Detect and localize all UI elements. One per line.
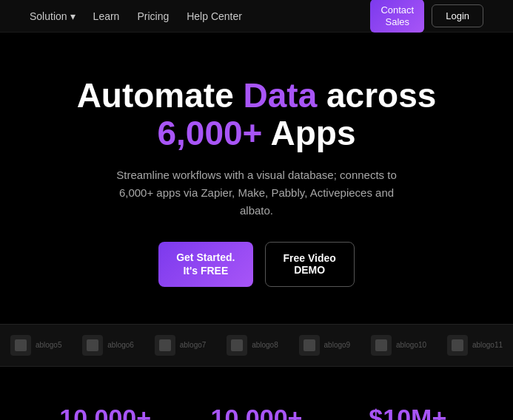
stat-raised: $10M+ raised, strengthening the stabilit… [341,404,475,420]
hero-subtext: Streamline workflows with a visual datab… [101,166,412,220]
svg-rect-3 [231,339,243,351]
video-demo-button[interactable]: Free VideoDEMO [265,242,355,286]
nav-left: Solution ▾ Learn Pricing Help Center [30,10,242,22]
logo-image [155,335,175,356]
hero-buttons: Get Started.It's FREE Free VideoDEMO [30,242,483,286]
logo-item: ablogo8 [227,335,278,356]
logo-image [447,335,468,356]
logo-image [82,335,103,356]
nav-solution-label: Solution [30,10,67,22]
hero-headline-part1: Automate [77,76,244,115]
stats-section: 10,000+ GitHub stars showcasing develope… [0,367,513,420]
nav-solution[interactable]: Solution ▾ [30,10,76,22]
nav-help-center-label: Help Center [187,10,242,22]
logo-item: ablogo11 [447,335,503,356]
svg-rect-5 [375,339,387,351]
hero-headline-part2: across [317,76,436,115]
login-label: Login [446,10,469,21]
logo-image [371,335,392,356]
stat-customers: 10,000+ customers have chosen to trust u… [190,404,323,420]
stat-github-stars: 10,000+ GitHub stars showcasing develope… [38,404,172,420]
nav-learn-label: Learn [93,10,120,22]
stat-number-raised: $10M+ [341,404,475,420]
logo-item: ablogo6 [82,335,134,356]
logo-image [10,335,31,356]
svg-rect-6 [452,339,463,351]
contact-sales-button[interactable]: ContactSales [370,0,424,33]
hero-headline-count: 6,000+ [157,114,262,152]
nav-pricing-label: Pricing [137,10,169,22]
logo-item: ablogo7 [155,335,207,356]
svg-rect-1 [87,339,98,351]
stat-number-customers: 10,000+ [190,404,323,420]
hero-section: Automate Data across 6,000+ Apps Streaml… [0,33,513,324]
logo-image [227,335,247,356]
logo-item: ablogo9 [299,335,351,356]
logos-strip: ablogo5 ablogo6 ablogo7 ablogo8 ablogo9 … [0,324,513,367]
hero-headline: Automate Data across 6,000+ Apps [30,77,483,152]
nav-pricing[interactable]: Pricing [137,10,169,22]
login-button[interactable]: Login [432,4,483,27]
svg-rect-2 [159,339,171,351]
logo-image [299,335,320,356]
hero-headline-data: Data [244,76,318,115]
chevron-down-icon: ▾ [70,10,76,22]
navbar: Solution ▾ Learn Pricing Help Center Con… [0,0,513,33]
svg-rect-4 [304,339,315,351]
svg-rect-0 [15,339,27,351]
hero-headline-part3: Apps [262,114,355,152]
stat-number-github: 10,000+ [38,404,172,420]
nav-learn[interactable]: Learn [93,10,120,22]
nav-help-center[interactable]: Help Center [187,10,242,22]
logo-item: ablogo10 [371,335,426,356]
get-started-button[interactable]: Get Started.It's FREE [158,242,252,286]
nav-right: ContactSales Login [370,0,483,33]
logo-item: ablogo5 [10,335,62,356]
